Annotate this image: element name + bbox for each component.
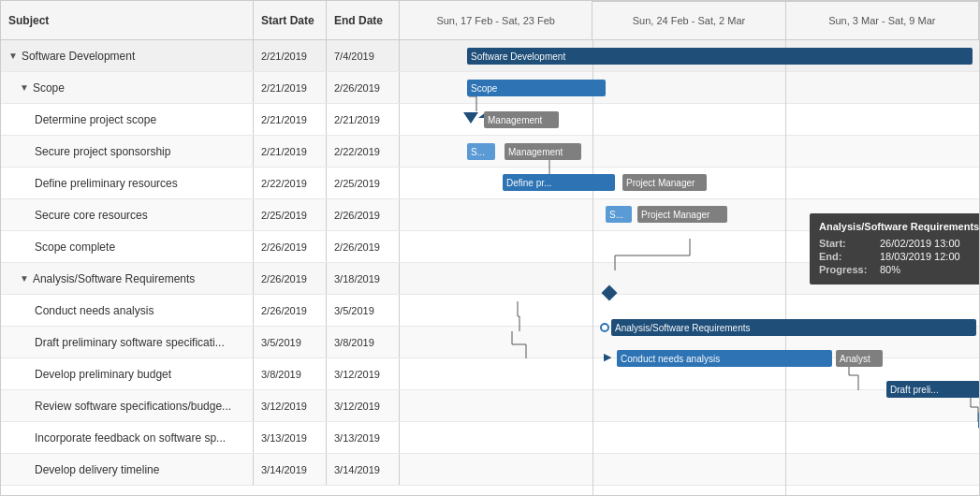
- expand-icon[interactable]: ▼: [8, 51, 18, 61]
- cell-subject: ▼ Analysis/Software Requirements: [1, 263, 254, 294]
- tooltip-progress-label: Progress:: [819, 264, 880, 275]
- tooltip-progress-value: 80%: [880, 264, 900, 275]
- bar-label: Conduct needs analysis: [621, 354, 720, 364]
- cell-subject: Incorporate feedback on software sp...: [1, 422, 254, 453]
- tooltip-end-label: End:: [819, 251, 880, 262]
- table-row: Develop delivery timeline 3/14/2019 3/14…: [1, 454, 400, 486]
- tooltip-end-value: 18/03/2019 12:00: [880, 251, 960, 262]
- bar-secure-spon[interactable]: S...: [467, 143, 495, 160]
- cell-end: 3/18/2019: [327, 263, 400, 294]
- table-row: ▼ Analysis/Software Requirements 2/26/20…: [1, 263, 400, 295]
- bar-label: Define pr...: [506, 178, 551, 188]
- bar-resource-label: Project Manager: [626, 178, 695, 188]
- tooltip-start-label: Start:: [819, 238, 880, 249]
- col-end-header: End Date: [327, 1, 400, 39]
- bar-resource-label: Management: [508, 147, 563, 157]
- table-row: Scope complete 2/26/2019 2/26/2019: [1, 231, 400, 263]
- tooltip-progress-row: Progress: 80%: [819, 264, 979, 275]
- bar-determine-resource: Management: [484, 111, 559, 128]
- cell-start: 2/26/2019: [254, 295, 327, 326]
- bar-develop[interactable]: Develo: [978, 412, 979, 429]
- cell-end: 2/26/2019: [327, 199, 400, 230]
- gantt-table: ▼ Software Development 2/21/2019 7/4/201…: [1, 40, 400, 495]
- cell-end: 3/8/2019: [327, 327, 400, 357]
- bar-label: Software Development: [471, 51, 565, 62]
- cell-start: 2/22/2019: [254, 168, 327, 198]
- bar-analysis[interactable]: Analysis/Software Requirements: [611, 319, 976, 336]
- cell-subject: Develop preliminary budget: [1, 358, 254, 389]
- table-row: Conduct needs analysis 2/26/2019 3/5/201…: [1, 295, 400, 327]
- cell-end: 3/5/2019: [327, 295, 400, 326]
- cell-subject: Secure project sponsorship: [1, 136, 254, 167]
- bar-conduct[interactable]: Conduct needs analysis: [617, 350, 832, 367]
- bar-resource-label: Analyst: [840, 354, 870, 364]
- cell-subject: Scope complete: [1, 231, 254, 262]
- cell-start: 2/21/2019: [254, 72, 327, 103]
- table-row: Secure project sponsorship 2/21/2019 2/2…: [1, 136, 400, 168]
- table-row: Secure core resources 2/25/2019 2/26/201…: [1, 199, 400, 231]
- expand-icon[interactable]: ▼: [20, 82, 29, 93]
- cell-start: 3/8/2019: [254, 358, 327, 389]
- conduct-arrow: ▶: [604, 351, 611, 363]
- table-row: Review software specifications/budge... …: [1, 390, 400, 422]
- expand-icon[interactable]: ▼: [20, 273, 29, 284]
- bar-secure-core[interactable]: S...: [606, 206, 632, 223]
- gantt-body: ▼ Software Development 2/21/2019 7/4/201…: [1, 40, 979, 495]
- tooltip-start-value: 26/02/2019 13:00: [880, 238, 960, 249]
- table-row: ▼ Scope 2/21/2019 2/26/2019: [1, 72, 400, 104]
- bar-label: Analysis/Software Requirements: [615, 323, 751, 333]
- tooltip-title: Analysis/Software Requirements: [819, 221, 979, 232]
- table-row: Draft preliminary software specificati..…: [1, 327, 400, 358]
- tooltip-end-row: End: 18/03/2019 12:00: [819, 251, 979, 262]
- bar-conduct-resource: Analyst: [836, 350, 883, 367]
- cell-end: 7/4/2019: [327, 40, 400, 71]
- bar-define-prelim[interactable]: Define pr...: [503, 174, 615, 191]
- bar-secure-core-resource: Project Manager: [637, 206, 727, 223]
- cell-end: 3/13/2019: [327, 422, 400, 453]
- cell-end: 2/25/2019: [327, 168, 400, 198]
- table-row: ▼ Software Development 2/21/2019 7/4/201…: [1, 40, 400, 72]
- gantt-week-headers: Sun, 17 Feb - Sat, 23 Feb Sun, 24 Feb - …: [400, 1, 979, 39]
- cell-start: 2/26/2019: [254, 231, 327, 262]
- col-start-header: Start Date: [254, 1, 327, 39]
- cell-end: 2/21/2019: [327, 104, 400, 135]
- cell-start: 2/21/2019: [254, 104, 327, 135]
- cell-end: 3/14/2019: [327, 454, 400, 485]
- cell-end: 3/12/2019: [327, 390, 400, 421]
- bar-resource-label: Management: [488, 115, 542, 125]
- week-header-2: Sun, 24 Feb - Sat, 2 Mar: [592, 1, 785, 39]
- bar-label: S...: [471, 147, 485, 157]
- cell-end: 2/26/2019: [327, 72, 400, 103]
- cell-subject: ▼ Software Development: [1, 40, 254, 71]
- cell-start: 2/21/2019: [254, 136, 327, 167]
- table-row: Develop preliminary budget 3/8/2019 3/12…: [1, 358, 400, 390]
- cell-start: 3/12/2019: [254, 390, 327, 421]
- cell-start: 3/14/2019: [254, 454, 327, 485]
- week-header-3: Sun, 3 Mar - Sat, 9 Mar: [786, 1, 979, 39]
- table-row: Determine project scope 2/21/2019 2/21/2…: [1, 104, 400, 136]
- gantt-header: Subject Start Date End Date Sun, 17 Feb …: [1, 1, 979, 40]
- bar-scope[interactable]: Scope: [467, 80, 606, 96]
- cell-end: 3/12/2019: [327, 358, 400, 389]
- cell-subject: ▼ Scope: [1, 72, 254, 103]
- cell-subject: Draft preliminary software specificati..…: [1, 327, 254, 357]
- cell-subject: Develop delivery timeline: [1, 454, 254, 485]
- cell-start: 3/13/2019: [254, 422, 327, 453]
- week-header-1: Sun, 17 Feb - Sat, 23 Feb: [400, 1, 592, 39]
- cell-start: 2/25/2019: [254, 199, 327, 230]
- cell-end: 2/26/2019: [327, 231, 400, 262]
- cell-subject: Secure core resources: [1, 199, 254, 230]
- bar-software-dev[interactable]: Software Development: [467, 48, 973, 65]
- bar-secure-spon-resource: Management: [505, 143, 581, 160]
- cell-subject: Conduct needs analysis: [1, 295, 254, 326]
- bar-draft[interactable]: Draft preli...: [886, 381, 979, 398]
- table-row: Incorporate feedback on software sp... 3…: [1, 422, 400, 454]
- bar-label: S...: [609, 210, 623, 220]
- draft-end-arrow: [974, 381, 979, 398]
- cell-subject: Determine project scope: [1, 104, 254, 135]
- bar-label: Draft preli...: [890, 385, 939, 395]
- col-subject-header: Subject: [1, 1, 254, 39]
- cell-subject: Define preliminary resources: [1, 168, 254, 198]
- tooltip: Analysis/Software Requirements Start: 26…: [810, 213, 979, 284]
- bar-define-prelim-resource: Project Manager: [622, 174, 707, 191]
